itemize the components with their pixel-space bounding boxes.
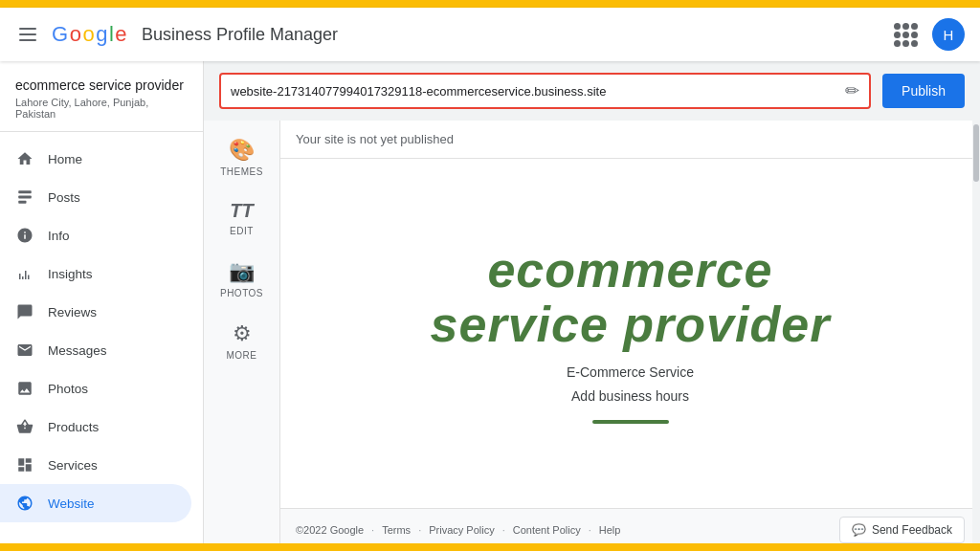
tool-photos[interactable]: 📷 PHOTOS: [209, 250, 276, 308]
send-feedback-button[interactable]: 💬 Send Feedback: [839, 517, 965, 543]
main-layout: ecommerce service provider Lahore City, …: [0, 61, 980, 551]
bottom-yellow-bar: [0, 543, 980, 551]
tools-sidebar: 🎨 THEMES TT EDIT 📷 PHOTOS ⚙ MORE: [204, 121, 280, 551]
sidebar-item-website[interactable]: Website: [0, 484, 191, 522]
footer-content-policy[interactable]: Content Policy: [513, 524, 581, 536]
tool-more[interactable]: ⚙ MORE: [209, 312, 276, 370]
svg-rect-2: [18, 201, 26, 204]
url-bar-container: website-217314077994017329118-ecommerces…: [204, 61, 980, 121]
tool-edit[interactable]: TT EDIT: [209, 190, 276, 246]
svg-rect-1: [18, 196, 32, 199]
footer-copyright: ©2022 Google: [296, 524, 364, 536]
grid-dot: [911, 23, 918, 30]
grid-dot: [902, 40, 909, 47]
builder-area: 🎨 THEMES TT EDIT 📷 PHOTOS ⚙ MORE Yo: [204, 121, 980, 551]
grid-dot: [911, 40, 918, 47]
themes-icon: 🎨: [229, 138, 255, 163]
sidebar-item-info[interactable]: Info: [0, 216, 191, 254]
info-icon: [15, 226, 34, 245]
sidebar-item-products-label: Products: [48, 420, 99, 434]
nav-list: Home Posts Info Insights: [0, 132, 203, 551]
business-info: ecommerce service provider Lahore City, …: [0, 61, 203, 132]
sidebar-item-photos-label: Photos: [48, 382, 88, 396]
sidebar-item-home[interactable]: Home: [0, 140, 191, 178]
publish-button[interactable]: Publish: [882, 74, 965, 108]
url-text: website-217314077994017329118-ecommerces…: [231, 84, 837, 99]
sidebar-item-messages-label: Messages: [48, 343, 107, 358]
tool-themes[interactable]: 🎨 THEMES: [209, 128, 276, 187]
google-logo: Google: [52, 22, 126, 47]
photos-nav-icon: [15, 379, 34, 398]
more-label: MORE: [227, 350, 257, 361]
sidebar-item-info-label: Info: [48, 229, 70, 243]
grid-dot: [902, 23, 909, 30]
hamburger-menu-icon[interactable]: [15, 24, 40, 45]
messages-icon: [15, 341, 34, 360]
google-letter-g2: g: [96, 22, 107, 47]
apps-icon[interactable]: [894, 23, 917, 46]
sidebar-item-services[interactable]: Services: [0, 446, 191, 484]
footer-privacy[interactable]: Privacy Policy: [429, 524, 494, 536]
content-area: website-217314077994017329118-ecommerces…: [204, 61, 980, 551]
sidebar-item-products[interactable]: Products: [0, 408, 191, 446]
website-icon: [15, 494, 34, 513]
user-avatar[interactable]: H: [932, 18, 965, 51]
sidebar-item-insights[interactable]: Insights: [0, 254, 191, 293]
edit-url-icon[interactable]: ✏: [845, 80, 859, 101]
preview-progress-bar: [592, 420, 669, 424]
photos-tool-icon: 📷: [229, 259, 255, 284]
sidebar-item-home-label: Home: [48, 152, 82, 166]
sidebar-item-services-label: Services: [48, 458, 98, 473]
preview-notice: Your site is not yet published: [280, 121, 980, 159]
posts-icon: [15, 187, 34, 207]
footer-help[interactable]: Help: [599, 524, 621, 536]
google-letter-o2: o: [82, 22, 94, 47]
scrollbar-thumb: [973, 124, 979, 182]
photos-tool-label: PHOTOS: [220, 288, 263, 298]
sidebar-item-reviews[interactable]: Reviews: [0, 293, 191, 331]
sidebar-item-photos[interactable]: Photos: [0, 369, 191, 408]
sidebar-item-website-label: Website: [48, 496, 95, 511]
sidebar-item-posts-label: Posts: [48, 190, 80, 205]
sidebar-item-messages[interactable]: Messages: [0, 331, 191, 369]
url-input-wrapper: website-217314077994017329118-ecommerces…: [219, 73, 871, 109]
preview-area: Your site is not yet published ecommerce…: [280, 121, 980, 551]
header: Google Business Profile Manager H: [0, 8, 980, 61]
more-icon: ⚙: [233, 321, 252, 346]
preview-subtitle: E-Commerce Service Add business hours: [567, 361, 694, 408]
feedback-icon: 💬: [852, 523, 866, 537]
products-icon: [15, 417, 34, 436]
grid-dot: [894, 23, 901, 30]
services-icon: [15, 455, 34, 474]
preview-business-title: ecommerce service provider: [431, 243, 831, 352]
grid-dot: [894, 40, 901, 47]
google-letter-e: e: [115, 22, 126, 47]
edit-icon: TT: [230, 200, 253, 222]
reviews-icon: [15, 302, 34, 321]
footer-terms[interactable]: Terms: [382, 524, 411, 536]
google-letter-l: l: [109, 22, 113, 47]
grid-dot: [911, 32, 918, 38]
grid-dot: [902, 32, 909, 38]
edit-label: EDIT: [230, 226, 254, 236]
sidebar-item-reviews-label: Reviews: [48, 305, 97, 320]
business-location: Lahore City, Lahore, Punjab, Pakistan: [15, 97, 188, 120]
preview-scrollbar[interactable]: [972, 121, 980, 551]
insights-icon: [15, 264, 34, 283]
app-title: Business Profile Manager: [142, 25, 338, 45]
sidebar-item-posts[interactable]: Posts: [0, 178, 191, 216]
business-name: ecommerce service provider: [15, 77, 188, 94]
top-yellow-bar: [0, 0, 980, 8]
svg-rect-0: [18, 190, 32, 193]
preview-content: ecommerce service provider E-Commerce Se…: [280, 159, 980, 508]
footer-links: ©2022 Google · Terms · Privacy Policy · …: [296, 524, 620, 536]
google-letter-g: G: [52, 22, 68, 47]
header-left: Google Business Profile Manager: [15, 22, 894, 47]
sidebar: ecommerce service provider Lahore City, …: [0, 61, 204, 551]
google-letter-o1: o: [70, 22, 81, 47]
sidebar-item-insights-label: Insights: [48, 267, 93, 281]
home-icon: [15, 149, 34, 168]
themes-label: THEMES: [220, 166, 263, 177]
header-right: H: [894, 18, 965, 51]
grid-dot: [894, 32, 901, 38]
